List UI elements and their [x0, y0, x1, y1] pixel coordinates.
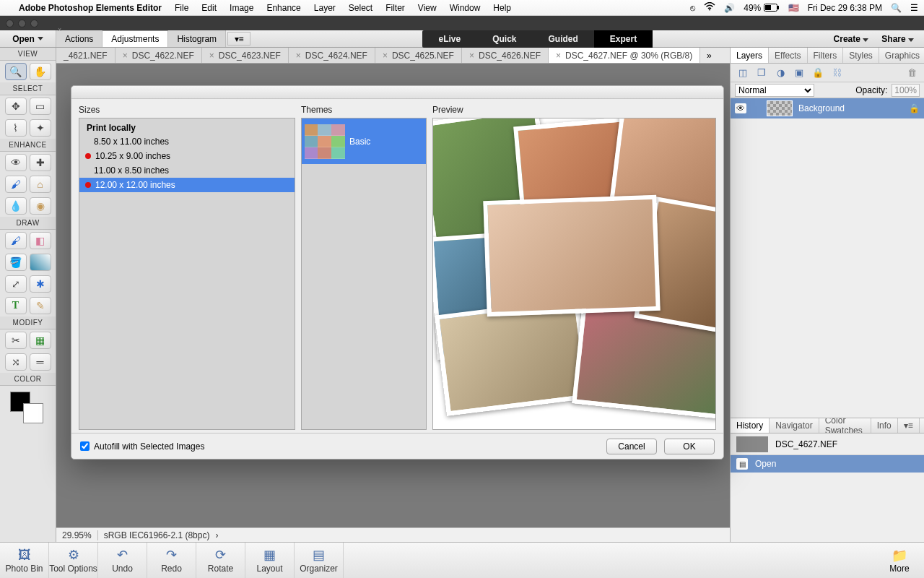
color-swatches[interactable] — [0, 389, 56, 422]
fill-tool[interactable]: 🪣 — [5, 254, 27, 271]
eyedropper-tool[interactable]: ⤢ — [5, 275, 27, 293]
panel-tab-info[interactable]: Info — [871, 418, 898, 433]
traffic-close[interactable] — [6, 20, 14, 27]
new-group-icon[interactable]: ❐ — [755, 66, 768, 79]
menu-file[interactable]: File — [175, 3, 188, 13]
history-step-open[interactable]: ▤ Open — [731, 455, 924, 473]
trash-icon[interactable]: 🗑 — [905, 66, 918, 79]
mode-guided[interactable]: Guided — [533, 30, 594, 48]
notification-center-icon[interactable]: ☰ — [910, 3, 918, 13]
spotlight-icon[interactable]: 🔍 — [891, 3, 902, 13]
marquee-tool[interactable]: ▭ — [30, 98, 51, 115]
layer-row-background[interactable]: 👁 Background 🔒 — [731, 98, 924, 118]
clone-tool[interactable]: ⌂ — [30, 176, 51, 193]
content-move-tool[interactable]: ⤭ — [5, 353, 27, 371]
panel-tab-effects[interactable]: Effects — [769, 48, 807, 63]
close-icon[interactable]: × — [296, 51, 301, 61]
size-option-selected[interactable]: 12.00 x 12.00 inches — [79, 178, 295, 192]
btn-redo[interactable]: ↷Redo — [147, 543, 196, 578]
menu-window[interactable]: Window — [450, 3, 481, 13]
menu-filter[interactable]: Filter — [385, 3, 405, 13]
size-option[interactable]: 8.50 x 11.00 inches — [79, 134, 295, 149]
shape-tool[interactable]: ✱ — [30, 275, 51, 293]
dialog-titlebar[interactable] — [71, 86, 723, 99]
traffic-minimize[interactable] — [18, 20, 26, 27]
autofill-checkbox-input[interactable] — [80, 441, 90, 451]
chevron-right-icon[interactable]: › — [215, 530, 218, 540]
spot-heal-tool[interactable]: ✚ — [30, 154, 51, 171]
eraser-tool[interactable]: ◧ — [30, 232, 51, 249]
panel-tab-graphic[interactable]: Graphics — [879, 48, 924, 63]
volume-icon[interactable]: 🔊 — [724, 3, 735, 13]
theme-option-basic[interactable]: Basic — [302, 118, 426, 164]
wifi-icon[interactable] — [704, 2, 715, 13]
crop-tool[interactable]: ✂ — [5, 332, 27, 349]
panel-tab-styles[interactable]: Styles — [843, 48, 879, 63]
lock-icon[interactable]: 🔒 — [811, 66, 824, 79]
create-button[interactable]: Create — [834, 34, 869, 44]
panel-tab-colorswatches[interactable]: Color Swatches — [819, 418, 871, 433]
type-tool[interactable]: T — [5, 297, 27, 314]
move-tool[interactable]: ✥ — [5, 98, 27, 115]
mode-elive[interactable]: eLive — [422, 30, 476, 48]
doctab[interactable]: ×DSC_4624.NEF — [289, 48, 375, 63]
doctab[interactable]: ×DSC_4626.NEF — [462, 48, 549, 63]
close-icon[interactable]: × — [123, 51, 128, 61]
close-icon[interactable]: × — [556, 51, 561, 61]
size-option[interactable]: 10.25 x 9.00 inches — [79, 149, 295, 163]
doctab[interactable]: _4621.NEF — [56, 48, 116, 63]
share-button[interactable]: Share — [881, 34, 914, 44]
close-icon[interactable]: × — [58, 26, 61, 33]
panel-tab-adjustments[interactable]: Adjustments — [103, 30, 168, 47]
doctab-active[interactable]: ×DSC_4627.NEF @ 30% (RGB/8) — [549, 48, 700, 63]
eye-icon[interactable]: 👁 — [735, 103, 746, 113]
menu-layer[interactable]: Layer — [314, 3, 336, 13]
menu-edit[interactable]: Edit — [201, 3, 217, 13]
autofill-checkbox[interactable]: Autofill with Selected Images — [80, 441, 204, 452]
brush-tool[interactable]: 🖌 — [5, 232, 27, 249]
doctab[interactable]: ×DSC_4625.NEF — [375, 48, 462, 63]
menu-image[interactable]: Image — [230, 3, 253, 13]
open-button[interactable]: Open — [0, 30, 56, 47]
history-file-row[interactable]: DSC_4627.NEF — [731, 434, 924, 455]
background-swatch[interactable] — [23, 403, 43, 423]
doctab[interactable]: ×DSC_4623.NEF — [202, 48, 289, 63]
btn-tooloptions[interactable]: ⚙Tool Options — [49, 543, 98, 578]
btn-undo[interactable]: ↶Undo — [98, 543, 147, 578]
layer-thumb[interactable] — [767, 100, 793, 116]
panel-tab-history[interactable]: History — [731, 418, 770, 433]
hand-tool[interactable]: ✋ — [30, 63, 51, 80]
menu-help[interactable]: Help — [493, 3, 511, 13]
sponge-tool[interactable]: ◉ — [30, 197, 51, 215]
new-layer-icon[interactable]: ◫ — [736, 66, 749, 79]
mode-quick[interactable]: Quick — [476, 30, 532, 48]
btn-organizer[interactable]: ▤Organizer — [295, 543, 344, 578]
straighten-tool[interactable]: ═ — [30, 353, 51, 371]
traffic-zoom[interactable] — [30, 20, 38, 27]
close-icon[interactable]: × — [209, 51, 214, 61]
gradient-tool[interactable] — [30, 254, 51, 271]
btn-layout[interactable]: ▦Layout — [245, 543, 295, 578]
lasso-tool[interactable]: ⌇ — [5, 119, 27, 137]
link-icon[interactable]: ⛓ — [830, 66, 843, 79]
menu-select[interactable]: Select — [349, 3, 372, 13]
mode-expert[interactable]: Expert — [594, 30, 653, 48]
blend-mode-select[interactable]: Normal — [735, 84, 814, 97]
zoom-tool[interactable]: 🔍 — [5, 63, 27, 80]
panel-tab-navigator[interactable]: Navigator — [770, 418, 819, 433]
input-source-icon[interactable]: 🇺🇸 — [788, 3, 799, 13]
btn-photobin[interactable]: 🖼Photo Bin — [0, 543, 49, 578]
redeye-tool[interactable]: 👁 — [5, 154, 27, 171]
btn-more[interactable]: 📁More — [875, 548, 924, 574]
menu-enhance[interactable]: Enhance — [266, 3, 300, 13]
panel-tab-layers[interactable]: Layers — [731, 48, 769, 63]
pencil-tool[interactable]: ✎ — [30, 297, 51, 314]
clock[interactable]: Fri Dec 29 6:38 PM — [808, 3, 882, 13]
bluetooth-icon[interactable]: ⎋ — [690, 3, 695, 13]
mask-icon[interactable]: ▣ — [793, 66, 806, 79]
ok-button[interactable]: OK — [664, 439, 715, 454]
color-profile[interactable]: sRGB IEC61966-2.1 (8bpc) — [104, 530, 210, 540]
doctabs-overflow-icon[interactable]: » — [700, 48, 718, 63]
size-option[interactable]: 11.00 x 8.50 inches — [79, 163, 295, 178]
menu-view[interactable]: View — [418, 3, 437, 13]
